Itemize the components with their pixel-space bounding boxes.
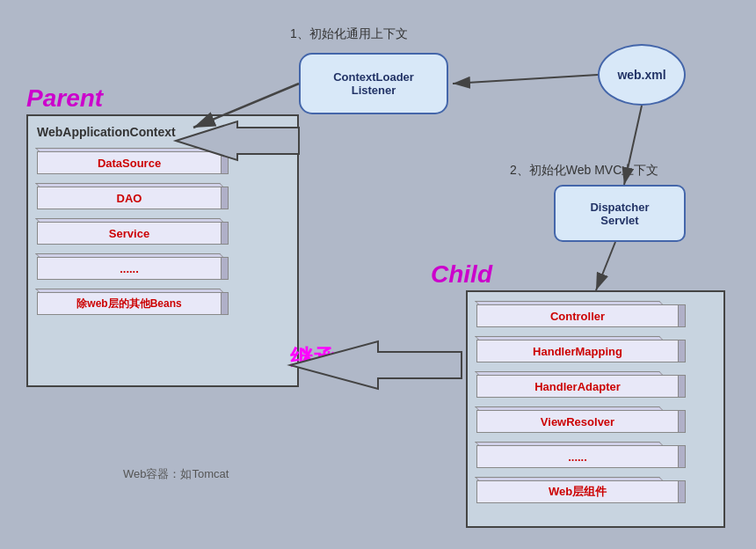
dao-label: DAO [37, 187, 222, 209]
handler-adapter-label: HandlerAdapter [476, 375, 679, 398]
controller-label: Controller [476, 304, 679, 327]
svg-line-7 [596, 242, 615, 290]
other-beans-label: 除web层的其他Beans [37, 292, 222, 315]
step2-annotation: 2、初始化Web MVC上下文 [510, 163, 658, 179]
list-item: DataSource [37, 148, 288, 176]
web-container-text: Web容器：如Tomcat [123, 466, 229, 482]
child-label: Child [431, 260, 492, 289]
list-item: DAO [37, 183, 288, 211]
list-item: HandlerMapping [476, 336, 715, 364]
web-layer-label: Web层组件 [476, 480, 679, 503]
list-item: ...... [37, 253, 288, 282]
list-item: Web层组件 [476, 477, 715, 505]
step1-annotation: 1、初始化通用上下文 [290, 26, 408, 42]
context-loader-box: ContextLoader Listener [299, 53, 448, 114]
webapp-context-label: WebApplicationContext [37, 125, 288, 139]
list-item: ...... [476, 442, 715, 470]
webxml-oval: web.xml [598, 44, 686, 106]
child-container: Controller HandlerMapping HandlerAdapter… [466, 290, 725, 528]
webxml-label: web.xml [617, 68, 665, 82]
list-item: Controller [476, 301, 715, 329]
handler-mapping-label: HandlerMapping [476, 340, 679, 362]
parent-label: Parent [26, 84, 103, 113]
dispatcher-line1: Dispatcher [590, 201, 649, 214]
list-item: HandlerAdapter [476, 371, 715, 399]
parent-container: WebApplicationContext DataSource DAO Ser… [26, 114, 299, 387]
dispatcher-line2: Servlet [600, 214, 638, 227]
view-resolver-label: ViewResolver [476, 410, 679, 433]
service-label: Service [37, 222, 222, 245]
list-item: Service [37, 218, 288, 246]
datasource-label: DataSource [37, 151, 222, 174]
context-loader-line1: ContextLoader [333, 70, 414, 84]
list-item: 除web层的其他Beans [37, 289, 288, 317]
dispatcher-servlet-box: Dispatcher Servlet [554, 185, 686, 242]
inheritance-text: 继承 [290, 343, 336, 374]
context-loader-line2: Listener [352, 84, 396, 97]
list-item: ViewResolver [476, 406, 715, 435]
svg-line-3 [453, 75, 598, 84]
child-ellipsis-label: ...... [476, 445, 679, 468]
ellipsis-label: ...... [37, 257, 222, 280]
